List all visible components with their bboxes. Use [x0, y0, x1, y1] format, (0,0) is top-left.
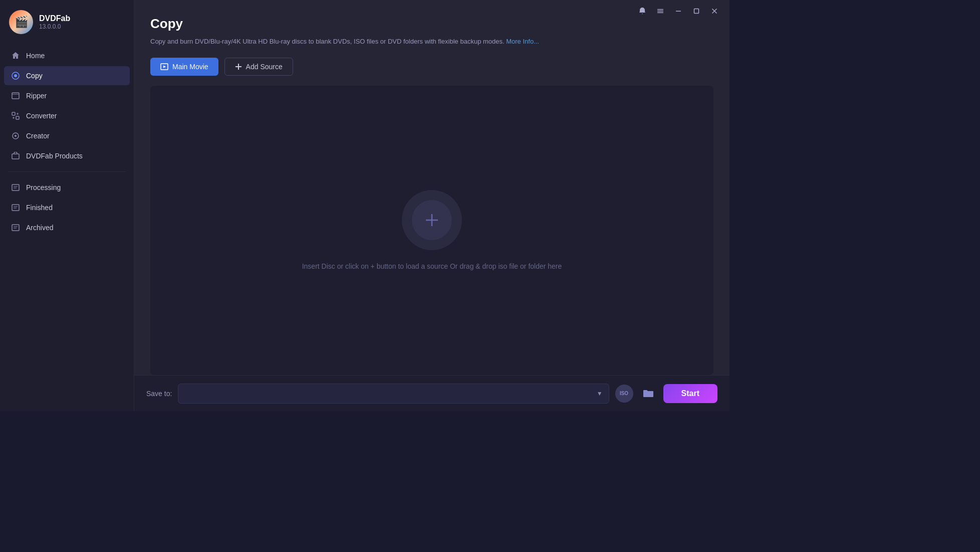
minimize-btn[interactable] [671, 4, 685, 18]
svg-rect-19 [657, 11, 663, 12]
products-icon [11, 151, 20, 160]
sidebar-item-home[interactable]: Home [4, 46, 130, 65]
svg-rect-9 [12, 185, 19, 191]
add-source-label: Add Source [246, 63, 283, 71]
sidebar-item-converter[interactable]: Converter [4, 106, 130, 125]
svg-rect-22 [694, 9, 699, 14]
sidebar-bottom: Processing Finished Archived [0, 178, 134, 237]
svg-point-1 [14, 74, 17, 77]
logo-text: DVDFab 13.0.0.0 [39, 14, 70, 30]
sidebar-item-processing[interactable]: Processing [4, 178, 130, 197]
svg-rect-4 [12, 112, 15, 115]
sidebar-item-ripper[interactable]: Ripper [4, 86, 130, 105]
processing-icon [11, 183, 20, 192]
copy-icon [11, 71, 20, 80]
sidebar-item-creator-label: Creator [26, 132, 50, 140]
svg-rect-21 [676, 11, 681, 12]
save-to-label: Save to: [146, 390, 172, 398]
sidebar-item-archived[interactable]: Archived [4, 218, 130, 237]
plus-icon-circle [412, 200, 452, 240]
sidebar-item-products-label: DVDFab Products [26, 152, 83, 160]
sidebar-item-finished-label: Finished [26, 204, 53, 212]
more-info-link[interactable]: More Info... [506, 38, 539, 45]
content-area: Copy Copy and burn DVD/Blu-ray/4K Ultra … [134, 0, 729, 375]
svg-rect-2 [12, 93, 19, 99]
app-name: DVDFab [39, 14, 70, 23]
sidebar-item-ripper-label: Ripper [26, 92, 47, 100]
sidebar-item-products[interactable]: DVDFab Products [4, 146, 130, 165]
svg-rect-18 [657, 9, 663, 10]
dropdown-arrow-icon[interactable]: ▼ [597, 390, 603, 397]
drop-zone[interactable]: Insert Disc or click on + button to load… [150, 86, 713, 376]
iso-button[interactable]: ISO [615, 385, 633, 403]
start-label: Start [681, 389, 699, 398]
svg-rect-15 [12, 225, 19, 231]
creator-icon [11, 131, 20, 140]
title-bar [627, 0, 729, 22]
ripper-icon [11, 91, 20, 100]
action-bar: Main Movie Add Source [150, 58, 713, 76]
sidebar-item-archived-label: Archived [26, 224, 53, 232]
svg-rect-8 [12, 154, 19, 159]
sidebar-item-copy[interactable]: Copy [4, 66, 130, 85]
notification-icon-btn[interactable] [635, 4, 649, 18]
page-description: Copy and burn DVD/Blu-ray/4K Ultra HD Bl… [150, 37, 713, 47]
menu-icon-btn[interactable] [653, 4, 667, 18]
home-icon [11, 51, 20, 60]
sidebar-item-home-label: Home [26, 52, 45, 60]
svg-rect-5 [16, 116, 19, 119]
main-movie-icon [160, 63, 168, 71]
start-button[interactable]: Start [663, 384, 717, 403]
save-to-input[interactable]: ▼ [178, 384, 609, 404]
folder-icon [643, 389, 654, 398]
description-text: Copy and burn DVD/Blu-ray/4K Ultra HD Bl… [150, 38, 505, 45]
finished-icon [11, 203, 20, 212]
app-logo: 🎬 DVDFab 13.0.0.0 [0, 0, 134, 46]
app-version: 13.0.0.0 [39, 23, 70, 30]
avatar: 🎬 [9, 10, 33, 34]
archived-icon [11, 223, 20, 232]
sidebar-item-creator[interactable]: Creator [4, 126, 130, 145]
add-source-button[interactable]: Add Source [224, 58, 293, 76]
sidebar-item-finished[interactable]: Finished [4, 198, 130, 217]
main-movie-label: Main Movie [172, 63, 208, 71]
close-btn[interactable] [707, 4, 721, 18]
bottom-bar: Save to: ▼ ISO Start [134, 375, 729, 411]
converter-icon [11, 111, 20, 120]
iso-label: ISO [620, 391, 628, 396]
add-source-icon [235, 63, 242, 70]
sidebar-item-converter-label: Converter [26, 112, 57, 120]
svg-rect-20 [657, 13, 663, 14]
add-source-circle-button[interactable] [402, 190, 462, 250]
folder-button[interactable] [639, 385, 657, 403]
sidebar-divider [8, 171, 126, 172]
main-content: Copy Copy and burn DVD/Blu-ray/4K Ultra … [134, 0, 729, 411]
svg-rect-12 [12, 205, 19, 211]
sidebar: 🎬 DVDFab 13.0.0.0 Home Copy [0, 0, 134, 411]
main-movie-button[interactable]: Main Movie [150, 58, 218, 76]
drop-hint-text: Insert Disc or click on + button to load… [302, 262, 562, 270]
svg-point-7 [15, 135, 17, 137]
sidebar-nav: Home Copy Ripper [0, 46, 134, 165]
plus-icon [423, 211, 441, 229]
sidebar-item-processing-label: Processing [26, 183, 61, 192]
maximize-btn[interactable] [689, 4, 703, 18]
sidebar-item-copy-label: Copy [26, 72, 43, 80]
